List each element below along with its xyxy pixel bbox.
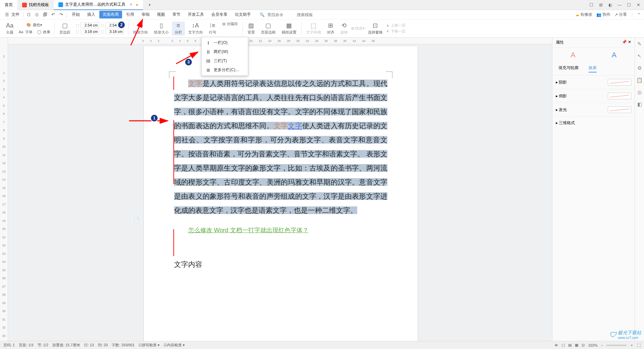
- glow-section[interactable]: ▸ 发光: [552, 103, 635, 116]
- paper-set-button[interactable]: ▦稿纸设置: [279, 21, 299, 36]
- icon-strip: ✎ ↖ ⚙ 📋 ◎ ◧: [635, 38, 644, 341]
- status-setval: 设置值: 15.7厘米: [52, 343, 80, 348]
- border-button[interactable]: ▢页面边框: [258, 21, 278, 36]
- tab-pagelayout[interactable]: 页面布局: [99, 11, 122, 18]
- tab-add[interactable]: ＋: [143, 0, 156, 10]
- pencil-icon[interactable]: ✎: [637, 41, 643, 47]
- text-effect-icon2[interactable]: A: [608, 50, 620, 60]
- sel-pane-button[interactable]: ⊡选择窗格: [365, 21, 385, 36]
- layout-side-icon[interactable]: ◧: [637, 101, 643, 107]
- tab-document[interactable]: 文字是人类用符…远的方式和工具✕●: [54, 0, 143, 10]
- insert-icon[interactable]: 📄: [133, 216, 140, 223]
- margin-right-input[interactable]: [105, 29, 124, 34]
- document-page[interactable]: 文字是人类用符号记录表达信息以传之久远的方式和工具。现代文字大多是记录语言的工具…: [144, 46, 418, 341]
- line-num-button[interactable]: ⁝≡行号: [206, 21, 219, 36]
- text-dir-button[interactable]: ↕A文字方向: [185, 21, 206, 36]
- preview-icon[interactable]: 🗐: [41, 11, 49, 18]
- column-three[interactable]: 三栏(T): [202, 56, 248, 65]
- share-button[interactable]: ↗分享: [614, 12, 627, 17]
- font-button[interactable]: Aa字体: [17, 29, 34, 35]
- zoom-out-icon[interactable]: −: [601, 343, 603, 347]
- status-page[interactable]: 页面: 1/3: [19, 343, 33, 348]
- bg-button[interactable]: ▨背景: [245, 21, 258, 36]
- tab-insert[interactable]: 插入: [84, 11, 99, 18]
- paragraph: 文字是人类用符号记录表达信息以传之久远的方式和工具。现代文字大多是记录语言的工具…: [174, 77, 387, 217]
- undo-icon[interactable]: ↶: [49, 11, 57, 18]
- tab-section[interactable]: 章节: [169, 11, 184, 18]
- status-col: 列: 20: [98, 343, 108, 348]
- zoom-value[interactable]: 102%: [588, 343, 597, 347]
- view-web-icon[interactable]: ▤: [568, 343, 572, 347]
- file-menu[interactable]: 文件: [11, 12, 19, 17]
- horizontal-ruler: 6422468101214161820222426283032343638404…: [8, 38, 552, 44]
- tab-home[interactable]: 首页: [0, 0, 17, 10]
- view-outline-icon[interactable]: ▦: [575, 343, 578, 347]
- theme-icon[interactable]: ◐: [608, 3, 612, 7]
- status-content[interactable]: ☑内容检查 ▾: [164, 343, 185, 348]
- tab-member[interactable]: 会员专享: [208, 11, 231, 18]
- effect-button[interactable]: ◯效果: [35, 29, 52, 35]
- margin-button[interactable]: ▢页边距: [57, 21, 73, 36]
- print-icon[interactable]: ⎙: [33, 11, 41, 18]
- search-command-input[interactable]: [267, 12, 294, 17]
- has-edit-button[interactable]: ☁有修改: [575, 12, 592, 17]
- ribbon: Aa主题 🎨颜色▾ Aa字体 ◯效果 ▢页边距 ⬚⬚ ⬚⬚ ▭纸张方向 ▯纸张大…: [0, 19, 644, 38]
- paragraph-link[interactable]: 怎么修改 Word 文档一打字就出现红色字体？: [174, 223, 387, 237]
- status-words[interactable]: 字数: 293/901: [112, 343, 135, 348]
- reflect-section[interactable]: ▸ 倒影: [552, 89, 635, 103]
- zoom-in-icon[interactable]: ＋: [630, 343, 634, 348]
- status-pageno[interactable]: 页码: 1: [3, 343, 15, 348]
- new-icon[interactable]: 🗋: [25, 11, 33, 18]
- pin-icon[interactable]: 📌: [622, 40, 627, 44]
- align-button[interactable]: ⊞对齐: [324, 21, 337, 36]
- theme-button[interactable]: Aa主题: [3, 21, 16, 36]
- effect-tab[interactable]: 效果: [589, 65, 597, 72]
- breaks-button[interactable]: ⊟分隔符: [220, 21, 240, 27]
- menu-icon[interactable]: ☰: [3, 11, 11, 18]
- close-panel-icon[interactable]: ✕: [628, 40, 631, 44]
- layout-icon[interactable]: ☐: [589, 3, 594, 7]
- columns-button[interactable]: ≡分栏: [172, 21, 185, 36]
- column-two[interactable]: 两栏(W): [202, 47, 248, 56]
- view-print-icon[interactable]: ▢: [561, 343, 565, 347]
- search-area: 🔍: [260, 12, 324, 17]
- columns-dropdown: 一栏(O) 两栏(W) 三栏(T) ⊞更多分栏(C)…: [201, 37, 248, 76]
- fill-outline-tab[interactable]: 填充与轮廓: [558, 65, 579, 72]
- margin-left-input[interactable]: [80, 29, 99, 34]
- column-one[interactable]: 一栏(O): [202, 38, 248, 47]
- select-icon[interactable]: ↖: [637, 53, 643, 59]
- tab-close-icon[interactable]: ✕: [129, 2, 132, 7]
- expand-icon[interactable]: ⛶: [637, 343, 641, 347]
- minimize-icon[interactable]: —: [617, 3, 622, 7]
- eye-icon[interactable]: 👁: [554, 343, 558, 347]
- main-area: 6422468101214161820222426283032343638404…: [8, 38, 552, 341]
- maximize-icon[interactable]: ☐: [627, 3, 631, 7]
- tab-devtools[interactable]: 开发工具: [184, 11, 207, 18]
- paper-size-button[interactable]: ▯纸张大小: [151, 21, 171, 36]
- target-icon[interactable]: ◎: [637, 89, 643, 95]
- tab-templates[interactable]: 找稻壳模板: [17, 0, 54, 10]
- settings-icon[interactable]: ⚙: [637, 65, 643, 71]
- close-window-icon[interactable]: ✕: [636, 3, 641, 7]
- search-template-input[interactable]: [297, 12, 324, 17]
- redo-icon[interactable]: ↷: [57, 11, 65, 18]
- text-effect-icon[interactable]: A: [567, 50, 579, 60]
- apps-icon[interactable]: ⊞: [598, 3, 603, 7]
- status-spell[interactable]: ☑拼写检查 ▾: [139, 343, 160, 348]
- color-button[interactable]: 🎨颜色▾: [17, 22, 52, 28]
- statusbar: 页码: 1 页面: 1/3 节: 1/2 设置值: 15.7厘米 行: 13 列…: [0, 341, 644, 349]
- zoom-slider[interactable]: [606, 345, 627, 346]
- tab-start[interactable]: 开始: [68, 11, 83, 18]
- margin-top-input[interactable]: [80, 22, 99, 28]
- collab-button[interactable]: 👥协作: [596, 12, 610, 17]
- collapse-icon[interactable]: ⌃: [637, 12, 641, 17]
- 3d-section[interactable]: ▸ 三维格式: [552, 116, 635, 129]
- shadow-section[interactable]: ▸ 阴影: [552, 75, 635, 89]
- fit-icon[interactable]: ⊡: [582, 343, 585, 347]
- tab-paper[interactable]: 论文助手: [231, 11, 254, 18]
- tab-view[interactable]: 视图: [154, 11, 168, 18]
- paste-icon[interactable]: 📋: [637, 77, 643, 83]
- column-more[interactable]: ⊞更多分栏(C)…: [202, 65, 248, 74]
- status-section: 节: 1/2: [38, 343, 48, 348]
- wrap-button: ⬚文字环绕: [304, 21, 324, 36]
